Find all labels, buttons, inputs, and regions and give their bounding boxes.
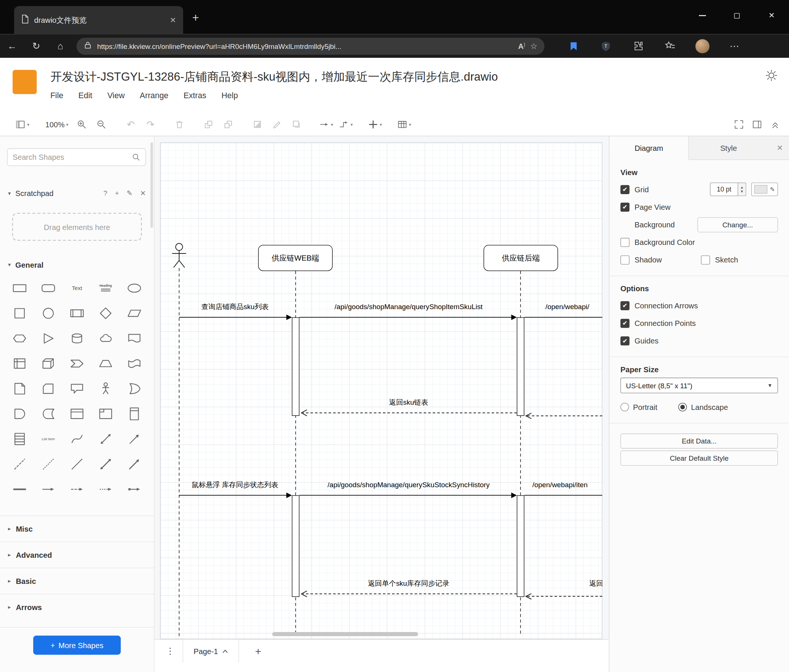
portrait-radio[interactable] (621, 403, 629, 411)
add-page-button[interactable]: + (248, 640, 268, 662)
message-label[interactable]: /api/goods/shopManage/querySkuStockSyncH… (303, 481, 514, 489)
to-front-button[interactable] (201, 116, 217, 132)
shape-cube[interactable] (34, 354, 62, 374)
shape-search-box[interactable] (7, 148, 146, 166)
browser-menu-icon[interactable]: ⋯ (719, 40, 751, 52)
shape-horizontal-arrow[interactable] (34, 479, 62, 500)
waypoint-style-button[interactable]: ▾ (338, 116, 354, 132)
zoom-out-button[interactable] (93, 116, 109, 132)
menu-help[interactable]: Help (222, 91, 238, 100)
horizontal-scrollbar[interactable] (272, 632, 418, 636)
menu-arrange[interactable]: Arrange (140, 91, 168, 100)
shape-step[interactable] (63, 354, 91, 374)
shape-or[interactable] (120, 379, 149, 399)
connection-style-button[interactable]: ▾ (318, 116, 334, 132)
browser-tab[interactable]: drawio文件预览 ✕ (14, 6, 184, 34)
shape-line[interactable] (63, 454, 91, 474)
scratchpad-header[interactable]: ▾ Scratchpad ? + ✎ ✕ (0, 185, 154, 202)
menu-edit[interactable]: Edit (78, 91, 92, 100)
new-tab-button[interactable]: + (192, 11, 199, 25)
shape-bidirectional-arrow[interactable] (91, 429, 120, 449)
shape-internal-storage[interactable] (5, 354, 34, 374)
scratchpad-close-icon[interactable]: ✕ (140, 189, 146, 197)
message-label[interactable]: 返回单个sku库存同步记录 (303, 580, 514, 588)
tab-diagram[interactable]: Diagram (609, 136, 689, 160)
menu-view[interactable]: View (107, 91, 125, 100)
shape-tape[interactable] (120, 354, 149, 374)
avatar[interactable] (686, 39, 719, 53)
shape-ellipse[interactable] (120, 278, 149, 298)
shape-curve[interactable] (63, 429, 91, 449)
search-input[interactable] (13, 153, 128, 161)
shape-vertical-container[interactable] (120, 404, 149, 424)
message-label[interactable]: /open/webapi/iten (532, 481, 602, 489)
redo-button[interactable]: ↷ (142, 116, 158, 132)
sidebar-section-basic[interactable]: ▸Basic (0, 568, 154, 594)
grid-color-button[interactable]: ✎ (751, 183, 778, 196)
message-label[interactable]: /open/webapi/ (545, 303, 602, 311)
fullscreen-button[interactable] (731, 116, 747, 132)
edit-data-button[interactable]: Edit Data... (621, 433, 778, 448)
shape-actor[interactable] (91, 379, 120, 399)
tab-close-icon[interactable]: ✕ (169, 16, 176, 25)
shadow-checkbox[interactable] (621, 255, 629, 264)
read-aloud-icon[interactable]: A) (518, 42, 525, 50)
extensions-puzzle-icon[interactable] (622, 41, 654, 51)
change-background-button[interactable]: Change... (698, 217, 778, 232)
shape-triangle[interactable] (34, 328, 62, 349)
activation-bar[interactable] (517, 495, 524, 597)
zoom-level-button[interactable]: 100%▾ (43, 116, 70, 132)
tab-style[interactable]: Style (689, 136, 768, 159)
menu-extras[interactable]: Extras (184, 91, 206, 100)
sidebar-section-arrows[interactable]: ▸Arrows (0, 594, 154, 620)
grid-size-stepper[interactable]: ▲▼ (738, 183, 746, 196)
table-button[interactable]: ▾ (396, 116, 412, 132)
shape-text[interactable]: Text (63, 278, 91, 298)
shape-rounded-rectangle[interactable] (34, 278, 62, 298)
menu-file[interactable]: File (50, 91, 64, 100)
shape-diamond[interactable] (91, 303, 120, 323)
sidebar-section-advanced[interactable]: ▸Advanced (0, 542, 154, 568)
shape-process[interactable] (63, 303, 91, 323)
shape-trapezoid[interactable] (91, 354, 120, 374)
pages-menu-icon[interactable]: ⋮ (163, 640, 177, 662)
shape-double-arrow[interactable] (91, 454, 120, 474)
shape-square[interactable] (5, 303, 34, 323)
shape-document[interactable] (120, 328, 149, 349)
grid-checkbox[interactable] (621, 185, 629, 194)
shape-dashed-line[interactable] (5, 454, 34, 474)
window-minimize-button[interactable] (685, 0, 720, 31)
shape-hexagon[interactable] (5, 328, 34, 349)
shape-list[interactable] (5, 429, 34, 449)
page-view-checkbox[interactable] (621, 202, 629, 211)
delete-button[interactable] (171, 116, 187, 132)
activation-bar[interactable] (292, 317, 299, 416)
general-section-header[interactable]: ▾ General (0, 256, 154, 273)
shape-cylinder[interactable] (63, 328, 91, 349)
shape-arrow-with-tail[interactable] (120, 479, 149, 500)
undo-button[interactable]: ↶ (123, 116, 139, 132)
shape-and[interactable] (5, 404, 34, 424)
home-button[interactable]: ⌂ (48, 40, 72, 51)
shadow-button[interactable] (289, 116, 305, 132)
drawing-page[interactable] (160, 142, 602, 639)
activation-bar[interactable] (292, 495, 299, 597)
window-maximize-button[interactable] (720, 0, 754, 31)
shape-heading[interactable]: Heading (91, 278, 120, 298)
shape-cloud[interactable] (91, 328, 120, 349)
zoom-in-button[interactable] (74, 116, 90, 132)
pages-view-button[interactable]: ▾ (14, 116, 30, 132)
theme-toggle-sun-icon[interactable] (765, 69, 778, 84)
shape-frame[interactable] (91, 404, 120, 424)
shape-dashed-horizontal-arrow[interactable] (63, 479, 91, 500)
shape-container[interactable] (63, 404, 91, 424)
scratchpad-add-icon[interactable]: + (115, 189, 119, 197)
message-label[interactable]: 鼠标悬浮 库存同步状态列表 (174, 481, 295, 490)
insert-button[interactable]: ▾ (367, 116, 383, 132)
more-shapes-button[interactable]: +More Shapes (33, 636, 121, 655)
shape-bold-line[interactable] (5, 479, 34, 500)
shape-arrow[interactable] (120, 429, 149, 449)
panel-close-icon[interactable]: ✕ (777, 136, 783, 159)
shape-dotted-line[interactable] (34, 454, 62, 474)
extension-icon-shield-t[interactable]: T (590, 41, 622, 51)
